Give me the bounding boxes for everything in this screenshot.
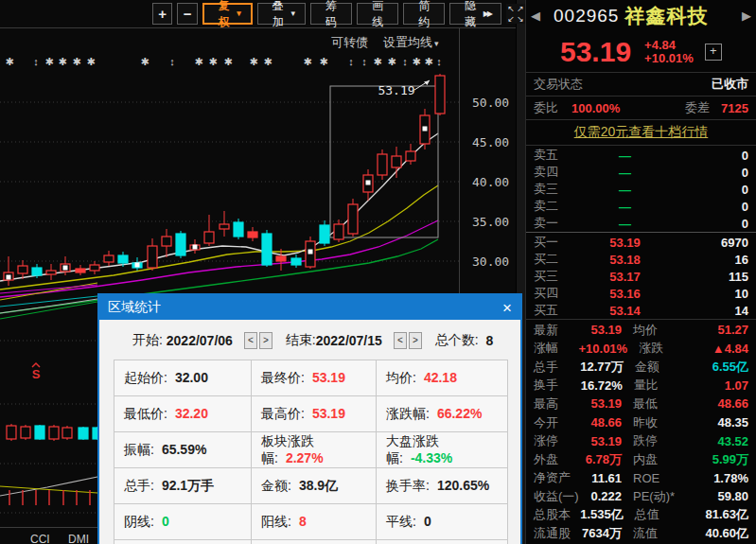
sell-level-label: 卖五: [534, 147, 568, 164]
sell-signal-marker[interactable]: S: [32, 367, 41, 381]
event-marker-icon[interactable]: ✱: [140, 56, 149, 67]
event-marker-icon[interactable]: ↕: [33, 56, 39, 67]
trade-status-label: 交易状态: [534, 76, 583, 93]
table-row: [114, 540, 508, 544]
event-marker-icon[interactable]: ✱: [424, 56, 432, 67]
zoom-out-button[interactable]: −: [177, 3, 197, 25]
sell-volume: 0: [682, 183, 748, 197]
sell-row[interactable]: 卖二 — 0: [526, 198, 756, 215]
level10-quote-link[interactable]: 仅需20元查看十档行情: [574, 124, 709, 141]
stat-label: 总值: [624, 506, 687, 523]
table-cell: 金额:38.9亿: [252, 468, 377, 504]
fullscreen-icon[interactable]: ↖↗↙↘: [506, 4, 525, 24]
table-cell: 换手率:120.65%: [377, 468, 508, 504]
stat-label: 涨停: [534, 432, 581, 449]
event-marker-icon[interactable]: ↕: [169, 56, 175, 67]
weibi-value: 100.00%: [571, 101, 620, 115]
event-marker-icon[interactable]: ↕: [348, 56, 354, 67]
event-marker-icon[interactable]: ✱: [58, 56, 66, 67]
event-marker-icon[interactable]: ↕: [436, 56, 442, 67]
convertible-bond-link[interactable]: 可转债: [331, 34, 368, 51]
indicator-tab-dmi[interactable]: DMI: [68, 533, 89, 544]
overlay-dropdown[interactable]: 叠加 ▾: [257, 3, 306, 25]
event-marker-icon[interactable]: ↕: [361, 56, 367, 67]
price-change: +4.84 +10.01%: [644, 39, 694, 65]
stat-label: 涨跌: [627, 340, 689, 357]
candle-body: [18, 266, 27, 273]
add-to-watchlist-button[interactable]: +: [705, 44, 722, 61]
cell-label: 阴线:: [124, 514, 154, 529]
event-marker-icon[interactable]: ✱: [194, 56, 202, 67]
count-value: 8: [486, 333, 494, 348]
weicha-label: 委差: [685, 99, 710, 116]
sell-row[interactable]: 卖五 — 0: [526, 147, 756, 164]
table-cell: 涨跌幅:66.22%: [377, 396, 508, 432]
event-marker-icon[interactable]: ✱: [44, 56, 53, 67]
hide-toolbar-button[interactable]: 隐藏 ▶▶: [449, 3, 501, 25]
dialog-titlebar[interactable]: 区域统计 ×: [99, 295, 520, 320]
table-cell: 总手:92.1万手: [114, 468, 252, 504]
start-date-next-button[interactable]: >: [259, 332, 273, 349]
stat-value: 1.07: [686, 378, 748, 393]
event-marker-icon[interactable]: ✱: [387, 56, 396, 67]
event-marker-icon[interactable]: ✱: [86, 56, 95, 67]
stat-row: 净资产 11.61 ROE 1.78%: [526, 468, 756, 487]
zoom-in-button[interactable]: +: [152, 3, 172, 25]
next-stock-arrow[interactable]: ▶: [742, 9, 751, 23]
event-marker-icon[interactable]: ✱: [373, 56, 381, 67]
sell-volume: 0: [682, 200, 748, 214]
stat-value: +10.01%: [578, 342, 627, 356]
buy-row[interactable]: 买四 53.16 10: [526, 285, 756, 302]
event-marker-icon[interactable]: ✱: [223, 56, 232, 67]
cell-label: 平线:: [386, 514, 416, 529]
stat-label: 今开: [534, 414, 581, 431]
sell-level-label: 卖三: [534, 181, 568, 198]
stat-label: PE(动)*: [622, 488, 686, 505]
table-row: 总手:92.1万手金额:38.9亿换手率:120.65%: [114, 468, 508, 504]
dialog-title: 区域统计: [108, 299, 161, 316]
candle-body: [248, 232, 257, 237]
end-date-next-button[interactable]: >: [409, 332, 422, 349]
buy-level-label: 买四: [534, 285, 568, 302]
chip-distribution-button[interactable]: 筹码: [310, 3, 352, 25]
event-marker-icon[interactable]: ✱: [208, 56, 217, 67]
event-marker-icon[interactable]: ✱: [319, 56, 327, 67]
quote-stats: 最新 53.19 均价 51.27涨幅 +10.01% 涨跌 ▲4.84总手 1…: [526, 320, 756, 543]
candle-body: [392, 156, 401, 167]
end-date-prev-button[interactable]: <: [394, 332, 407, 349]
event-marker-icon[interactable]: ↕: [402, 56, 408, 67]
buy-price: 53.17: [568, 270, 682, 284]
event-marker-icon[interactable]: ✱: [72, 56, 80, 67]
prev-stock-arrow[interactable]: ◀: [531, 9, 540, 23]
draw-line-button[interactable]: 画线: [357, 3, 398, 25]
ma-settings-dropdown[interactable]: 设置均线▾: [383, 34, 439, 51]
indicator-tab-cci[interactable]: CCI: [30, 533, 50, 544]
buy-row[interactable]: 买一 53.19 6970: [526, 234, 756, 251]
candle-body: [7, 426, 16, 439]
start-date-prev-button[interactable]: <: [244, 332, 257, 349]
cell-label: 起始价:: [124, 370, 167, 385]
event-marker-icon[interactable]: ✱: [249, 56, 257, 67]
candle-body: [291, 258, 301, 265]
buy-row[interactable]: 买五 53.14 14: [526, 302, 756, 319]
candle-body: [62, 428, 72, 438]
quote-panel: ◀ 002965 祥鑫科技 ▶ 53.19 +4.84 +10.01% + 交易…: [525, 0, 756, 544]
candle-body: [46, 271, 56, 274]
sell-row[interactable]: 卖一 — 0: [526, 215, 756, 232]
stat-value: 51.27: [686, 323, 748, 337]
buy-row[interactable]: 买三 53.17 115: [526, 268, 756, 285]
y-axis-tick-label: 30.00: [472, 254, 509, 269]
buy-row[interactable]: 买二 53.18 16: [526, 251, 756, 268]
event-marker-icon[interactable]: ✱: [303, 56, 311, 67]
event-marker-icon[interactable]: ✱: [263, 56, 272, 67]
candle-body: [406, 151, 415, 161]
sell-row[interactable]: 卖三 — 0: [526, 181, 756, 198]
stock-code: 002965: [554, 6, 619, 26]
close-icon[interactable]: ×: [502, 300, 512, 316]
quote-header-section: ◀ 002965 祥鑫科技 ▶ 53.19 +4.84 +10.01% +: [526, 0, 756, 73]
sell-row[interactable]: 卖四 — 0: [526, 164, 756, 181]
simple-mode-button[interactable]: 简约: [403, 3, 445, 25]
event-marker-icon[interactable]: ✱: [412, 56, 420, 67]
price-adjust-dropdown[interactable]: 复权 ▾: [202, 3, 253, 25]
event-marker-icon[interactable]: ✱: [5, 56, 13, 67]
